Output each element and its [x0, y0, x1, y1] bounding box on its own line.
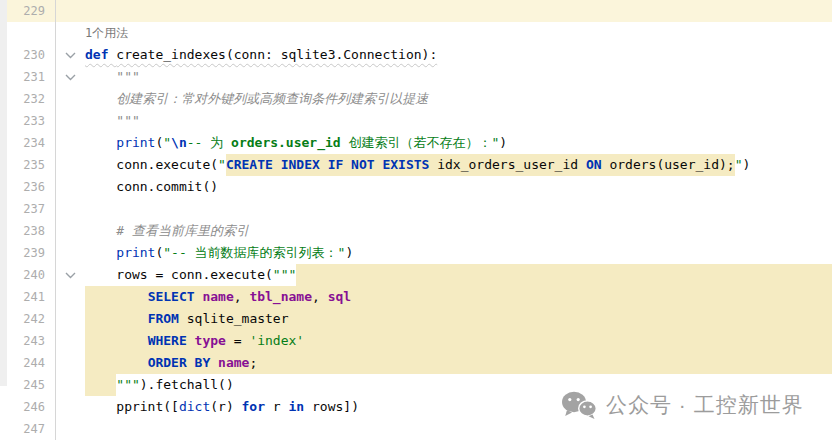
- line-number[interactable]: 246: [7, 396, 56, 418]
- line-number[interactable]: 232: [7, 88, 56, 110]
- code-token: 创建索引：常对外键列或高频查询条件列建索引以提速: [85, 88, 428, 110]
- code-text[interactable]: def create_indexes(conn: sqlite3.Connect…: [85, 44, 832, 66]
- code-text[interactable]: [85, 198, 832, 220]
- code-line[interactable]: 1个用法: [7, 22, 832, 44]
- code-token: orders(user_id);: [602, 154, 735, 176]
- code-line[interactable]: 247: [7, 418, 832, 440]
- line-number[interactable]: 239: [7, 242, 56, 264]
- code-line[interactable]: 233 """: [7, 110, 832, 132]
- line-number[interactable]: 245: [7, 374, 56, 396]
- fold-gutter: [56, 418, 85, 440]
- code-line[interactable]: 230def create_indexes(conn: sqlite3.Conn…: [7, 44, 832, 66]
- code-text[interactable]: print("\n-- 为 orders.user_id 创建索引（若不存在）：…: [85, 132, 832, 154]
- code-text[interactable]: """: [85, 110, 832, 132]
- code-token: conn.execute(: [85, 154, 218, 176]
- code-token: [85, 242, 116, 264]
- code-text[interactable]: # 查看当前库里的索引: [85, 220, 832, 242]
- code-token: print: [116, 132, 155, 154]
- line-number[interactable]: 237: [7, 198, 56, 220]
- fold-gutter: [56, 110, 85, 132]
- code-token: sql: [328, 286, 351, 308]
- code-line[interactable]: 232 创建索引：常对外键列或高频查询条件列建索引以提速: [7, 88, 832, 110]
- code-text[interactable]: [85, 418, 832, 440]
- line-number[interactable]: 230: [7, 44, 56, 66]
- fold-gutter: [56, 88, 85, 110]
- line-number[interactable]: 236: [7, 176, 56, 198]
- code-line[interactable]: 229: [7, 0, 832, 22]
- code-text[interactable]: ORDER BY name;: [85, 352, 832, 374]
- code-text[interactable]: 创建索引：常对外键列或高频查询条件列建索引以提速: [85, 88, 832, 110]
- line-number[interactable]: 229: [7, 0, 56, 22]
- code-token: ": [491, 132, 499, 154]
- code-token: """: [116, 374, 139, 396]
- code-text[interactable]: [85, 0, 832, 22]
- fold-gutter: [56, 308, 85, 330]
- code-text[interactable]: rows = conn.execute(""": [85, 264, 832, 286]
- code-token: WHERE: [148, 330, 187, 352]
- code-line[interactable]: 244 ORDER BY name;: [7, 352, 832, 374]
- line-number[interactable]: 240: [7, 264, 56, 286]
- fold-gutter: [56, 176, 85, 198]
- code-token: ": [218, 154, 226, 176]
- fold-chevron-icon[interactable]: [56, 44, 85, 66]
- code-line[interactable]: 242 FROM sqlite_master: [7, 308, 832, 330]
- code-text[interactable]: print("-- 当前数据库的索引列表："): [85, 242, 832, 264]
- code-token: """: [85, 66, 140, 88]
- code-line[interactable]: 236 conn.commit(): [7, 176, 832, 198]
- code-token: ;: [249, 352, 257, 374]
- code-line[interactable]: 234 print("\n-- 为 orders.user_id 创建索引（若不…: [7, 132, 832, 154]
- fold-gutter: [56, 154, 85, 176]
- fold-gutter: [56, 352, 85, 374]
- code-text[interactable]: SELECT name, tbl_name, sql: [85, 286, 832, 308]
- code-text[interactable]: conn.commit(): [85, 176, 832, 198]
- fold-gutter: [56, 374, 85, 396]
- fold-gutter: [56, 242, 85, 264]
- code-token: [85, 330, 148, 352]
- sql-injection-highlight: [296, 264, 832, 286]
- wechat-icon: [561, 390, 597, 420]
- code-token: in: [289, 396, 305, 418]
- code-text[interactable]: """: [85, 66, 832, 88]
- line-number[interactable]: 247: [7, 418, 56, 440]
- line-number[interactable]: 241: [7, 286, 56, 308]
- line-number[interactable]: 235: [7, 154, 56, 176]
- line-number[interactable]: 233: [7, 110, 56, 132]
- code-text[interactable]: 1个用法: [85, 22, 832, 44]
- code-token: ,: [312, 286, 328, 308]
- fold-chevron-icon[interactable]: [56, 66, 85, 88]
- code-token: [85, 352, 148, 374]
- line-number[interactable]: 231: [7, 66, 56, 88]
- code-line[interactable]: 243 WHERE type = 'index': [7, 330, 832, 352]
- fold-gutter: [56, 0, 85, 22]
- code-line[interactable]: 240 rows = conn.execute(""": [7, 264, 832, 286]
- code-token: [85, 374, 116, 396]
- fold-gutter: [56, 286, 85, 308]
- code-line[interactable]: 237: [7, 198, 832, 220]
- code-line[interactable]: 235 conn.execute("CREATE INDEX IF NOT EX…: [7, 154, 832, 176]
- code-line[interactable]: 241 SELECT name, tbl_name, sql: [7, 286, 832, 308]
- code-text[interactable]: WHERE type = 'index': [85, 330, 832, 352]
- code-token: 'index': [249, 330, 304, 352]
- code-token: (r): [210, 396, 241, 418]
- code-line[interactable]: 231 """: [7, 66, 832, 88]
- line-number[interactable]: 238: [7, 220, 56, 242]
- code-line[interactable]: 238 # 查看当前库里的索引: [7, 220, 832, 242]
- code-token: CREATE INDEX IF NOT EXISTS: [226, 154, 430, 176]
- code-token: =: [226, 330, 249, 352]
- code-lines[interactable]: 2291个用法230def create_indexes(conn: sqlit…: [7, 0, 832, 440]
- code-text[interactable]: FROM sqlite_master: [85, 308, 832, 330]
- code-token: rows]): [304, 396, 359, 418]
- fold-gutter: [56, 396, 85, 418]
- code-token: create_indexes(conn: sqlite3.Connection)…: [116, 44, 437, 66]
- code-editor[interactable]: 2291个用法230def create_indexes(conn: sqlit…: [0, 0, 832, 441]
- code-line[interactable]: 239 print("-- 当前数据库的索引列表："): [7, 242, 832, 264]
- line-number[interactable]: 244: [7, 352, 56, 374]
- code-token: for: [242, 396, 265, 418]
- line-number[interactable]: 242: [7, 308, 56, 330]
- line-number[interactable]: [7, 22, 56, 44]
- fold-chevron-icon[interactable]: [56, 264, 85, 286]
- code-text[interactable]: conn.execute("CREATE INDEX IF NOT EXISTS…: [85, 154, 832, 176]
- line-number[interactable]: 234: [7, 132, 56, 154]
- code-token: conn.commit(): [85, 176, 218, 198]
- line-number[interactable]: 243: [7, 330, 56, 352]
